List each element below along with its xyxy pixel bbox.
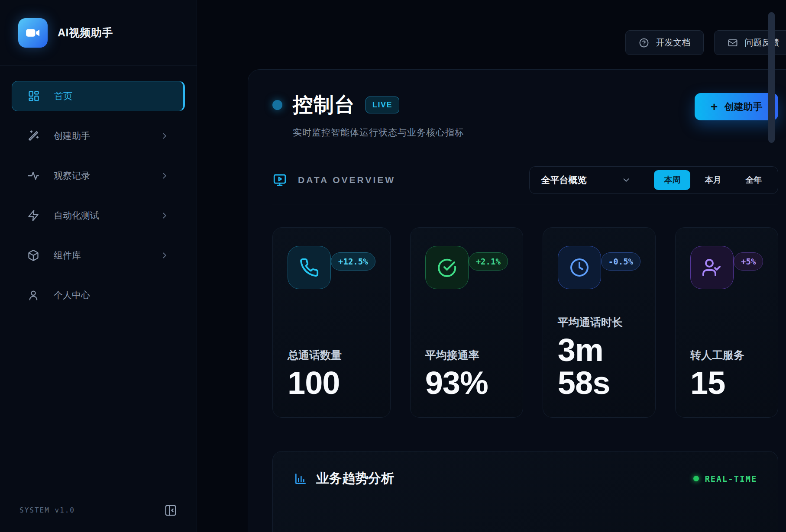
stat-badge: -0.5% xyxy=(601,252,640,271)
stat-value: 93% xyxy=(425,367,508,399)
monitor-play-icon xyxy=(272,173,287,187)
selector-divider xyxy=(645,173,645,187)
wand-icon xyxy=(27,130,39,142)
stat-label: 转人工服务 xyxy=(690,348,763,362)
panel-collapse-icon xyxy=(164,504,177,517)
system-version: SYSTEM v1.0 xyxy=(19,506,75,514)
chevron-right-icon xyxy=(160,171,169,181)
console-panel: 控制台 LIVE 实时监控智能体运行状态与业务核心指标 + 创建助手 xyxy=(248,69,786,532)
stat-cards: +12.5% 总通话数量 100 +2.1% xyxy=(272,227,778,418)
phone-icon xyxy=(288,246,331,289)
sidebar-item-label: 观察记录 xyxy=(54,170,90,182)
app-title: AI视频助手 xyxy=(58,26,113,40)
topbar: 开发文档 问题反馈 xyxy=(197,0,786,55)
sidebar-item-observation-log[interactable]: 观察记录 xyxy=(12,161,185,191)
user-icon xyxy=(27,289,39,301)
sidebar-item-personal-center[interactable]: 个人中心 xyxy=(12,280,185,310)
stat-value: 3m 58s xyxy=(558,334,640,399)
sidebar-item-label: 组件库 xyxy=(54,249,81,261)
platform-dropdown-value: 全平台概览 xyxy=(541,174,586,186)
box-icon xyxy=(27,249,39,261)
help-circle-icon xyxy=(639,38,649,48)
user-check-icon xyxy=(690,246,734,289)
sidebar-item-home[interactable]: 首页 xyxy=(12,81,185,111)
sidebar-nav: 首页 创建助手 xyxy=(0,66,197,488)
sidebar-item-automation-test[interactable]: 自动化测试 xyxy=(12,200,185,231)
platform-dropdown[interactable]: 全平台概览 xyxy=(536,174,636,186)
sidebar-item-create-assistant[interactable]: 创建助手 xyxy=(12,121,185,151)
chevron-right-icon xyxy=(160,251,169,260)
realtime-status: REAL-TIME xyxy=(693,474,757,484)
dev-docs-button[interactable]: 开发文档 xyxy=(625,30,704,55)
stat-value: 15 xyxy=(690,367,763,399)
data-overview-label: DATA OVERVIEW xyxy=(298,175,395,185)
dev-docs-label: 开发文档 xyxy=(656,37,690,48)
sidebar-collapse-button[interactable] xyxy=(164,504,177,517)
realtime-label: REAL-TIME xyxy=(705,474,757,484)
sidebar-item-label: 创建助手 xyxy=(54,130,90,142)
check-circle-icon xyxy=(425,246,469,289)
clock-icon xyxy=(558,246,601,289)
vertical-scrollbar[interactable] xyxy=(768,12,775,143)
tab-this-month[interactable]: 本月 xyxy=(695,170,731,190)
sidebar-item-label: 个人中心 xyxy=(54,289,90,301)
stat-badge: +12.5% xyxy=(331,252,375,271)
trend-analysis-card: 业务趋势分析 REAL-TIME xyxy=(272,451,778,532)
section-divider xyxy=(272,204,778,204)
tab-this-year[interactable]: 全年 xyxy=(735,170,772,190)
time-range-tabs: 本周 本月 全年 xyxy=(654,170,772,190)
app-root: AI视频助手 首页 创建助手 xyxy=(0,0,786,532)
stat-label: 平均接通率 xyxy=(425,348,508,362)
stat-card-human-transfer: +5% 转人工服务 15 xyxy=(675,227,778,418)
trend-title: 业务趋势分析 xyxy=(316,470,394,487)
green-status-dot xyxy=(693,476,699,481)
console-heading: 控制台 LIVE 实时监控智能体运行状态与业务核心指标 xyxy=(272,91,464,139)
live-badge: LIVE xyxy=(366,97,399,113)
stat-card-avg-duration: -0.5% 平均通话时长 3m 58s xyxy=(543,227,656,418)
sidebar-item-component-library[interactable]: 组件库 xyxy=(12,240,185,271)
stat-badge: +5% xyxy=(734,252,763,271)
chevron-right-icon xyxy=(160,211,169,220)
data-overview-heading: DATA OVERVIEW xyxy=(272,173,395,187)
sidebar-header: AI视频助手 xyxy=(0,0,197,66)
stat-badge: +2.1% xyxy=(469,252,508,271)
feedback-button[interactable]: 问题反馈 xyxy=(714,30,786,55)
video-camera-icon xyxy=(25,25,41,41)
stat-card-total-calls: +12.5% 总通话数量 100 xyxy=(272,227,391,418)
data-overview-row: DATA OVERVIEW 全平台概览 本周 本月 全年 xyxy=(272,166,778,194)
sidebar-item-label: 自动化测试 xyxy=(54,210,99,222)
status-dot xyxy=(272,100,282,110)
zap-icon xyxy=(27,210,39,222)
bar-chart-icon xyxy=(294,472,307,486)
app-logo xyxy=(18,18,48,48)
sidebar-item-label: 首页 xyxy=(54,90,72,102)
range-selector: 全平台概览 本周 本月 全年 xyxy=(529,166,778,194)
stat-value: 100 xyxy=(288,367,375,399)
activity-icon xyxy=(27,170,39,182)
create-assistant-button[interactable]: + 创建助手 xyxy=(695,93,778,120)
page-subtitle: 实时监控智能体运行状态与业务核心指标 xyxy=(293,126,464,139)
sidebar-footer: SYSTEM v1.0 xyxy=(0,488,197,532)
panel-header: 控制台 LIVE 实时监控智能体运行状态与业务核心指标 + 创建助手 xyxy=(272,91,778,139)
page-title: 控制台 xyxy=(293,91,355,119)
tab-this-week[interactable]: 本周 xyxy=(654,170,690,190)
stat-label: 总通话数量 xyxy=(288,348,375,362)
stat-card-answer-rate: +2.1% 平均接通率 93% xyxy=(410,227,523,418)
mail-icon xyxy=(728,38,738,48)
create-assistant-label: 创建助手 xyxy=(724,100,762,113)
sidebar: AI视频助手 首页 创建助手 xyxy=(0,0,197,532)
plus-icon: + xyxy=(711,101,718,113)
dashboard-icon xyxy=(28,90,40,102)
main-area: 开发文档 问题反馈 控制台 LIVE 实时 xyxy=(197,0,786,532)
chevron-down-icon xyxy=(621,175,631,185)
chevron-right-icon xyxy=(160,131,169,141)
stat-label: 平均通话时长 xyxy=(558,315,640,329)
